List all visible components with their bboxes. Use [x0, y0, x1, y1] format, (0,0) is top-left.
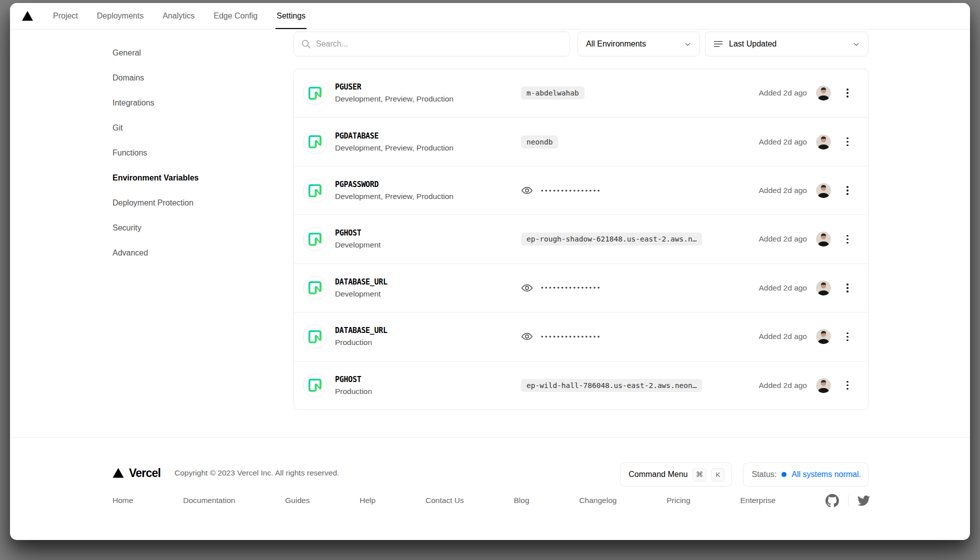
search-input[interactable]: [316, 40, 562, 48]
user-avatar: [816, 232, 831, 246]
tab-edge-config[interactable]: Edge Config: [214, 3, 258, 29]
sidebar-item-security[interactable]: Security: [112, 216, 262, 240]
footer-link-enterprise[interactable]: Enterprise: [740, 496, 776, 505]
footer-divider: [10, 438, 970, 438]
added-timestamp: Added 2d ago: [758, 88, 807, 98]
env-var-value-chip: m-abdelwahab: [521, 86, 584, 100]
neon-integration-icon: [303, 276, 327, 300]
row-menu-button[interactable]: [840, 377, 855, 394]
environment-filter-select[interactable]: All Environments: [578, 32, 700, 56]
env-var-value-chip: neondb: [521, 136, 558, 148]
neon-integration-icon: [303, 81, 327, 105]
user-avatar: [816, 86, 831, 100]
sidebar-item-deployment-protection[interactable]: Deployment Protection: [112, 190, 262, 216]
added-timestamp: Added 2d ago: [758, 332, 807, 341]
sidebar-item-advanced[interactable]: Advanced: [112, 240, 262, 266]
env-var-row-pgpassword: PGPASSWORD Development, Preview, Product…: [294, 166, 868, 215]
user-avatar: [816, 329, 831, 344]
row-menu-button[interactable]: [840, 84, 855, 102]
added-timestamp: Added 2d ago: [758, 186, 807, 195]
row-menu-button[interactable]: [840, 230, 855, 248]
neon-integration-icon: [303, 227, 327, 251]
search-box: [294, 32, 570, 56]
env-var-value-chip: ep-rough-shadow-621848.us-east-2.aws.n…: [521, 232, 702, 246]
added-timestamp: Added 2d ago: [758, 381, 807, 390]
k-key-icon: K: [711, 468, 724, 482]
tab-settings[interactable]: Settings: [276, 3, 306, 29]
env-var-row-pghost-dev: PGHOST Development ep-rough-shadow-62184…: [294, 215, 868, 264]
env-var-row-pguser: PGUSER Development, Preview, Production …: [294, 69, 868, 118]
cmd-key-icon: ⌘: [692, 468, 706, 482]
user-avatar: [816, 280, 831, 296]
top-navigation: Project Deployments Analytics Edge Confi…: [10, 3, 970, 30]
reveal-value-button[interactable]: [521, 185, 533, 196]
footer-link-home[interactable]: Home: [112, 496, 133, 505]
env-var-environments: Production: [335, 338, 521, 347]
footer-link-documentation[interactable]: Documentation: [183, 496, 235, 505]
sidebar-item-environment-variables[interactable]: Environment Variables: [112, 166, 262, 190]
masked-value: •••••••••••••••: [541, 188, 602, 194]
footer-link-help[interactable]: Help: [360, 496, 376, 505]
env-var-environments: Production: [335, 387, 521, 396]
command-menu-label: Command Menu: [628, 470, 688, 479]
neon-integration-icon: [303, 374, 327, 398]
env-var-environments: Development, Preview, Production: [335, 192, 521, 201]
neon-integration-icon: [303, 130, 327, 154]
sidebar-item-general[interactable]: General: [112, 40, 262, 66]
user-avatar: [816, 183, 831, 198]
env-var-name: PGDATABASE: [335, 132, 521, 140]
sidebar-item-functions[interactable]: Functions: [112, 140, 262, 166]
env-var-environments: Development: [335, 290, 521, 298]
chevron-down-icon: [852, 40, 860, 48]
footer-link-contact-us[interactable]: Contact Us: [426, 496, 464, 505]
env-var-environments: Development, Preview, Production: [335, 144, 521, 152]
neon-integration-icon: [303, 178, 327, 202]
footer-links: Home Documentation Guides Help Contact U…: [112, 490, 870, 510]
row-menu-button[interactable]: [840, 280, 855, 296]
added-timestamp: Added 2d ago: [758, 284, 807, 292]
status-dot-icon: [782, 472, 786, 477]
tab-analytics[interactable]: Analytics: [162, 3, 194, 29]
env-var-name: DATABASE_URL: [335, 278, 521, 286]
command-menu-button[interactable]: Command Menu ⌘ K: [620, 462, 732, 486]
sidebar-item-git[interactable]: Git: [112, 116, 262, 140]
row-menu-button[interactable]: [840, 134, 855, 150]
chevron-down-icon: [684, 40, 692, 48]
environment-filter-value: All Environments: [586, 40, 646, 48]
settings-sidebar: General Domains Integrations Git Functio…: [112, 40, 262, 266]
reveal-value-button[interactable]: [521, 282, 533, 294]
tab-deployments[interactable]: Deployments: [97, 3, 144, 29]
env-var-row-pgdatabase: PGDATABASE Development, Preview, Product…: [294, 118, 868, 166]
sidebar-item-domains[interactable]: Domains: [112, 66, 262, 90]
env-var-name: PGPASSWORD: [335, 180, 521, 189]
copyright-text: Copyright © 2023 Vercel Inc. All rights …: [174, 468, 339, 478]
row-menu-button[interactable]: [840, 182, 855, 199]
sidebar-item-integrations[interactable]: Integrations: [112, 90, 262, 116]
tab-project[interactable]: Project: [53, 3, 78, 29]
twitter-icon[interactable]: [858, 494, 870, 507]
search-icon: [301, 39, 311, 49]
github-icon[interactable]: [826, 494, 839, 508]
environment-variables-table: PGUSER Development, Preview, Production …: [294, 68, 868, 410]
vercel-wordmark: Vercel: [129, 466, 160, 480]
row-menu-button[interactable]: [840, 328, 855, 345]
footer-link-guides[interactable]: Guides: [285, 496, 310, 505]
env-var-row-database-url-prod: DATABASE_URL Production ••••••••••••••• …: [294, 312, 868, 361]
footer-link-pricing[interactable]: Pricing: [666, 496, 690, 505]
vercel-logo-icon[interactable]: [22, 11, 33, 21]
footer-link-changelog[interactable]: Changelog: [579, 496, 616, 505]
status-button[interactable]: Status: All systems normal.: [743, 462, 868, 486]
added-timestamp: Added 2d ago: [758, 234, 807, 244]
sort-value: Last Updated: [729, 40, 776, 48]
social-divider: [848, 495, 848, 506]
neon-integration-icon: [303, 324, 327, 348]
reveal-value-button[interactable]: [521, 331, 533, 342]
footer-link-blog[interactable]: Blog: [514, 496, 530, 505]
vercel-footer-logo-icon: [112, 468, 124, 478]
added-timestamp: Added 2d ago: [758, 138, 807, 146]
env-var-value-chip: ep-wild-hall-786048.us-east-2.aws.neon…: [521, 379, 702, 392]
sort-select[interactable]: Last Updated: [705, 32, 868, 56]
footer-brand: Vercel Copyright © 2023 Vercel Inc. All …: [112, 462, 339, 484]
masked-value: •••••••••••••••: [541, 334, 602, 340]
masked-value: •••••••••••••••: [541, 284, 602, 291]
